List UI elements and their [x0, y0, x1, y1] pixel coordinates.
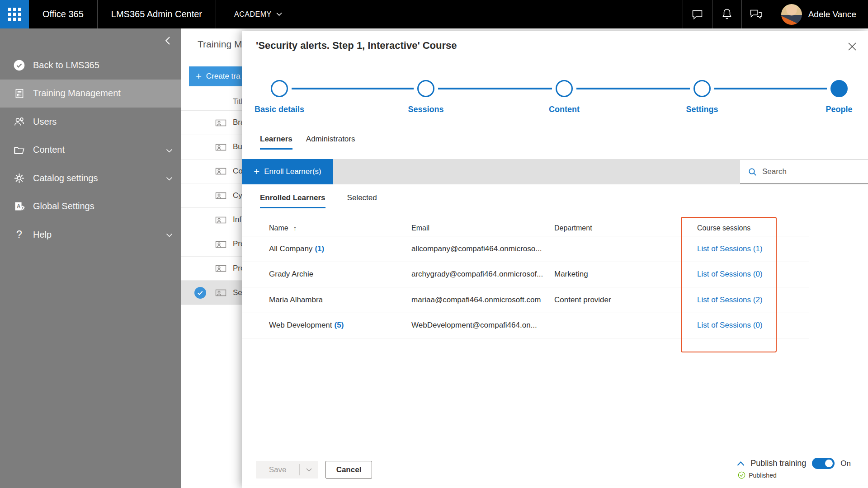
learners-toolbar: Enroll Learner(s) — [242, 159, 868, 184]
chevron-down-icon — [276, 12, 282, 16]
step-label[interactable]: Basic details — [241, 105, 318, 114]
tab-administrators[interactable]: Administrators — [306, 135, 355, 150]
office-365-link[interactable]: Office 365 — [29, 0, 97, 28]
subtab-enrolled-learners[interactable]: Enrolled Learners — [260, 193, 326, 208]
save-menu-button[interactable] — [300, 468, 318, 472]
step-label[interactable]: Sessions — [387, 105, 464, 114]
report-icon — [13, 87, 25, 99]
sidebar-item-label: Help — [33, 230, 52, 240]
save-split-button[interactable]: Save — [256, 461, 318, 479]
contact-card-icon — [215, 190, 227, 201]
enroll-learners-button[interactable]: Enroll Learner(s) — [242, 159, 333, 184]
chat-button[interactable] — [683, 0, 712, 28]
contact-card-icon — [215, 239, 227, 249]
plus-icon — [196, 71, 202, 82]
step-connector — [576, 88, 690, 89]
user-avatar[interactable] — [781, 4, 802, 25]
column-header-course-sessions: Course sessions — [697, 224, 809, 232]
search-box — [740, 160, 868, 184]
check-circle-icon — [13, 59, 25, 71]
notifications-button[interactable] — [712, 0, 741, 28]
feedback-button[interactable] — [742, 0, 771, 28]
publish-toggle[interactable] — [812, 458, 835, 469]
admin-center-title: LMS365 Admin Center — [98, 0, 216, 28]
list-of-sessions-link[interactable]: List of Sessions (0) — [697, 321, 763, 329]
chevron-up-icon[interactable] — [737, 461, 745, 466]
sidebar-item-content[interactable]: Content — [0, 136, 181, 164]
step-people-current[interactable] — [830, 80, 848, 97]
contact-card-icon — [215, 263, 227, 273]
column-header-name[interactable]: Name — [269, 224, 411, 232]
sort-ascending-icon — [291, 224, 297, 232]
sidebar-nav: Back to LMS365 Training Management Users… — [0, 51, 181, 249]
learner-row[interactable]: All Company(1) allcompany@compafi464.onm… — [242, 236, 809, 262]
save-button[interactable]: Save — [256, 465, 299, 474]
tenant-dropdown[interactable]: ACADEMY — [216, 0, 291, 28]
sidebar-item-back-to-lms365[interactable]: Back to LMS365 — [0, 51, 181, 80]
toggle-state-label: On — [840, 459, 851, 468]
gear-icon — [13, 172, 25, 184]
app-settings-icon: A — [13, 200, 25, 212]
sidebar-item-label: Global Settings — [33, 201, 94, 211]
step-label[interactable]: People — [801, 105, 868, 114]
close-icon — [848, 42, 857, 51]
search-input[interactable] — [762, 167, 853, 176]
member-count: (1) — [315, 244, 324, 253]
user-name[interactable]: Adele Vance — [802, 9, 868, 19]
learner-row[interactable]: Maria Alhambra mariaa@compafi464.onmicro… — [242, 287, 809, 313]
subtab-selected[interactable]: Selected — [347, 193, 377, 208]
learner-email: archygrady@compafi464.onmicrosof... — [411, 270, 554, 279]
list-of-sessions-link[interactable]: List of Sessions (0) — [697, 270, 763, 278]
step-label[interactable]: Content — [526, 105, 603, 114]
column-header-department: Department — [554, 224, 697, 232]
publish-training-label: Publish training — [750, 459, 806, 468]
sidebar-item-label: Users — [33, 117, 57, 127]
sidebar-item-label: Training Management — [33, 88, 121, 99]
learner-name: Maria Alhambra — [269, 296, 323, 305]
training-title: Cy — [233, 191, 242, 200]
sidebar-item-training-management[interactable]: Training Management — [0, 80, 181, 108]
sidebar-collapse-button[interactable] — [161, 34, 175, 47]
step-settings[interactable] — [693, 80, 711, 97]
topbar: Office 365 LMS365 Admin Center ACADEMY — [0, 0, 868, 28]
learner-department: Marketing — [554, 270, 697, 279]
sidebar-item-label: Catalog settings — [33, 173, 98, 183]
learner-subtabs: Enrolled Learners Selected — [260, 193, 377, 208]
dialog-title: 'Security alerts. Step 1, Interactive' C… — [256, 40, 457, 52]
people-tabs: Learners Administrators — [260, 135, 355, 150]
list-of-sessions-link[interactable]: List of Sessions (2) — [697, 296, 763, 304]
step-basic-details[interactable] — [271, 80, 288, 97]
learner-email: WebDevelopment@compafi464.on... — [411, 321, 554, 330]
close-button[interactable] — [846, 41, 858, 52]
sidebar-item-global-settings[interactable]: A Global Settings — [0, 192, 181, 221]
sidebar-item-help[interactable]: ? Help — [0, 221, 181, 249]
step-content[interactable] — [556, 80, 573, 97]
published-check-icon — [738, 471, 745, 479]
publish-status: Published — [738, 471, 777, 479]
chevron-left-icon — [165, 36, 170, 45]
tab-learners[interactable]: Learners — [260, 135, 292, 150]
training-title: Inf — [233, 215, 241, 224]
tenant-label: ACADEMY — [234, 10, 272, 19]
member-count: (5) — [335, 321, 344, 330]
sidebar-item-users[interactable]: Users — [0, 108, 181, 136]
learner-row[interactable]: Grady Archie archygrady@compafi464.onmic… — [242, 262, 809, 288]
sidebar-item-catalog-settings[interactable]: Catalog settings — [0, 164, 181, 192]
published-status-label: Published — [749, 472, 777, 479]
cancel-button[interactable]: Cancel — [326, 461, 372, 479]
list-of-sessions-link[interactable]: List of Sessions (1) — [697, 244, 763, 253]
course-dialog: 'Security alerts. Step 1, Interactive' C… — [242, 31, 868, 488]
learner-department: Content provider — [554, 296, 697, 305]
chevron-down-icon — [166, 145, 173, 155]
learner-row[interactable]: Web Development(5) WebDevelopment@compaf… — [242, 313, 809, 339]
selected-check-icon[interactable] — [194, 287, 206, 299]
step-connector — [292, 88, 414, 89]
step-connector — [438, 88, 552, 89]
app-launcher-button[interactable] — [0, 0, 29, 28]
chevron-down-icon — [166, 230, 173, 240]
step-label[interactable]: Settings — [664, 105, 741, 114]
step-sessions[interactable] — [417, 80, 434, 97]
feedback-icon — [750, 9, 763, 20]
learner-name: Web Development — [269, 321, 332, 330]
column-header-email: Email — [411, 224, 554, 232]
